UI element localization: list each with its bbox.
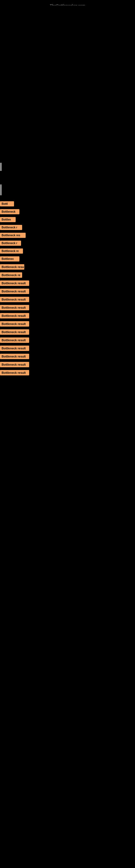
result-badge[interactable]: Bottleneck result [0,321,29,327]
list-item: Bottleneck resu [0,264,135,270]
result-badge[interactable]: Bottleneck r [0,225,22,230]
result-badge[interactable]: Bottleneck result [0,280,29,286]
results-container: BottlBottleneckBottlenBottleneck rBottle… [0,201,135,378]
result-badge[interactable]: Bottl [0,201,14,207]
list-item: Bottleneck r [0,240,135,246]
result-badge[interactable]: Bottleneck result [0,354,29,359]
list-item: Bottleneck re [0,272,135,278]
list-item: Bottleneck result [0,345,135,351]
result-badge[interactable]: Bottleneck result [0,346,29,351]
result-badge[interactable]: Bottleneck resu [0,264,24,270]
result-badge[interactable]: Bottleneck result [0,289,29,294]
list-item: Bottleneck result [0,304,135,311]
result-badge[interactable]: Bottleneck result [0,337,29,343]
result-badge[interactable]: Bottleneck result [0,370,29,375]
list-item: Bottleneck re [0,248,135,254]
result-badge[interactable]: Bottleneck result [0,362,29,367]
bracket-indicator [1,184,1,195]
result-badge[interactable]: Bottlen [0,217,16,222]
result-badge[interactable]: Bottleneck re [0,272,22,278]
result-badge[interactable]: Bottleneck result [0,313,29,318]
list-item: Bottlen [0,216,135,223]
list-item: Bottleneck r [0,224,135,230]
cursor-line [1,163,1,171]
list-item: Bottleneck result [0,312,135,319]
list-item: Bottleneck result [0,321,135,327]
result-badge[interactable]: Bottleneck result [0,297,29,302]
list-item: Bottlenec [0,256,135,262]
list-item: Bottleneck result [0,337,135,343]
list-item: Bottleneck result [0,288,135,294]
list-item: Bottleneck result [0,329,135,335]
result-badge[interactable]: Bottleneck r [0,241,21,246]
result-badge[interactable]: Bottleneck result [0,329,29,335]
chart-area [0,5,135,163]
result-badge[interactable]: Bottleneck result [0,305,29,310]
list-item: Bottleneck [0,209,135,215]
list-item: Bottleneck result [0,369,135,376]
list-item: Bottleneck result [0,353,135,360]
result-badge[interactable]: Bottleneck res [0,233,26,238]
result-badge[interactable]: Bottlenec [0,256,19,261]
result-badge[interactable]: Bottleneck re [0,248,23,254]
list-item: Bottl [0,201,135,207]
list-item: Bottleneck result [0,361,135,368]
list-item: Bottleneck result [0,280,135,286]
list-item: Bottleneck result [0,296,135,303]
list-item: Bottleneck res [0,232,135,239]
result-badge[interactable]: Bottleneck [0,209,19,214]
